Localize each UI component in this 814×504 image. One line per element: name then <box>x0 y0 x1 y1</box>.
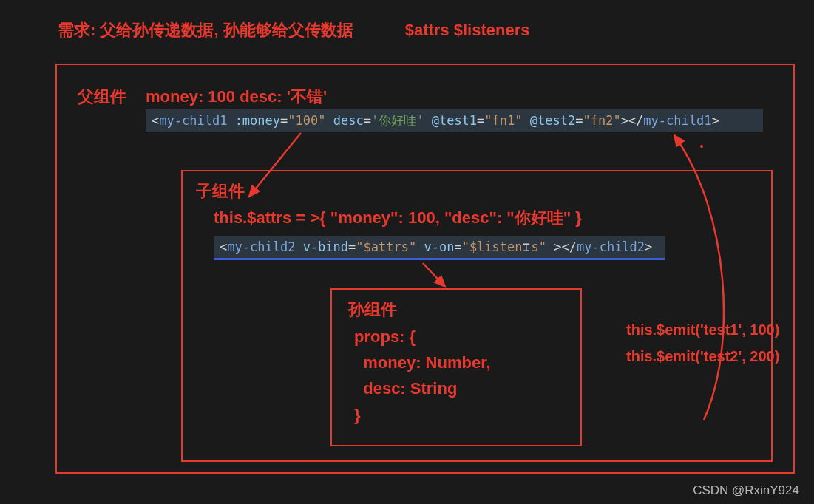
watermark: CSDN @RxinY924 <box>693 483 799 498</box>
text-cursor-icon: ⌶ <box>523 239 532 251</box>
dot-mark <box>700 145 703 148</box>
grandchild-component-box: 孙组件 props: { money: Number, desc: String… <box>330 288 582 446</box>
parent-label: 父组件 <box>78 86 126 108</box>
parent-code-snippet: <my-child1 :money="100" desc='你好哇' @test… <box>146 109 763 132</box>
requirement-text: 需求: 父给孙传递数据, 孙能够给父传数据 <box>58 19 353 41</box>
child-label: 子组件 <box>196 180 245 202</box>
parent-data: money: 100 desc: '不错' <box>146 86 327 108</box>
emit-line-2: this.$emit('test2', 200) <box>626 343 779 370</box>
parent-component-box: 父组件 money: 100 desc: '不错' <my-child1 :mo… <box>55 64 795 474</box>
emit-line-1: this.$emit('test1', 100) <box>626 316 779 343</box>
grandchild-label: 孙组件 <box>348 299 397 321</box>
emit-block: this.$emit('test1', 100) this.$emit('tes… <box>626 316 779 370</box>
child-code-snippet: <my-child2 v-bind="$attrs" v-on="$listen… <box>214 236 665 260</box>
grandchild-props: props: { money: Number, desc: String } <box>354 324 491 428</box>
child-attrs-line: this.$attrs = >{ "money": 100, "desc": "… <box>214 207 582 229</box>
header-tags: $attrs $listeners <box>405 21 530 40</box>
